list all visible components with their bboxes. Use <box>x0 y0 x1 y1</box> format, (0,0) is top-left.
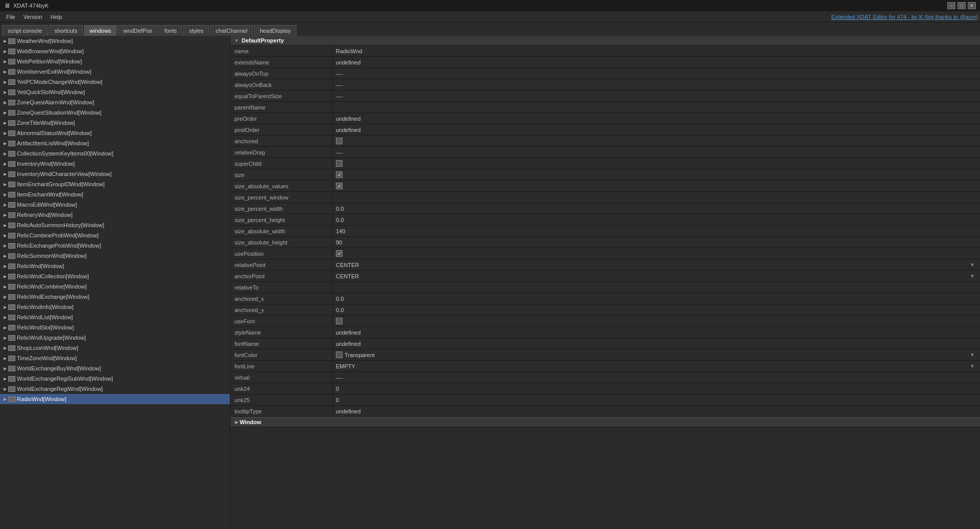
prop-value[interactable]: CENTER▼ <box>333 259 980 270</box>
tab-windows[interactable]: windows <box>84 25 117 36</box>
prop-checkbox-checked[interactable] <box>336 250 343 257</box>
tree-item[interactable]: ▶ WorldserverExitWnd[Window] <box>0 67 230 77</box>
prop-value[interactable]: 0.0 <box>333 214 980 225</box>
prop-value[interactable] <box>333 248 980 259</box>
tree-item[interactable]: ▶ RelicWndInfo[Window] <box>0 302 230 312</box>
tree-item[interactable]: ▶ ItemEnchantGroupIDWnd[Window] <box>0 179 230 189</box>
tree-item[interactable]: ▶ RelicExchangeProbWnd[Window] <box>0 240 230 251</box>
tree-item[interactable]: ▶ ItemEnchantWnd[Window] <box>0 189 230 200</box>
prop-checkbox-unchecked[interactable] <box>336 160 343 167</box>
prop-value[interactable]: undefined <box>333 113 980 124</box>
prop-checkbox-checked[interactable] <box>336 183 343 189</box>
tree-item[interactable]: ▶ RelicWndSlot[Window] <box>0 322 230 333</box>
prop-checkbox-unchecked[interactable] <box>336 138 343 144</box>
close-button[interactable]: ✕ <box>968 2 976 9</box>
tree-item[interactable]: ▶ ArtifactItemListWnd[Window] <box>0 138 230 148</box>
tab-script-console[interactable]: script console <box>2 25 48 36</box>
tree-item[interactable]: ▶ InventoryWnd[Window] <box>0 159 230 169</box>
tree-item[interactable]: ▶ AbnormalStatusWnd[Window] <box>0 128 230 138</box>
prop-value[interactable]: EMPTY▼ <box>333 361 980 371</box>
tree-item[interactable]: ▶ ZoneQuestAlarmWnd[Window] <box>0 97 230 107</box>
tree-item[interactable]: ▶ RelicWndCollection[Window] <box>0 271 230 281</box>
prop-value[interactable]: — <box>333 68 980 79</box>
prop-dropdown[interactable]: EMPTY▼ <box>336 363 977 369</box>
prop-value[interactable]: 90 <box>333 237 980 248</box>
menu-file[interactable]: File <box>2 13 19 21</box>
prop-value[interactable]: undefined <box>333 124 980 135</box>
prop-value[interactable]: 140 <box>333 226 980 236</box>
prop-value[interactable]: undefined <box>333 338 980 349</box>
tree-item[interactable]: ▶ WorldExchangeRegiWnd[Window] <box>0 384 230 394</box>
prop-checkbox-checked[interactable] <box>336 171 343 178</box>
prop-dropdown[interactable]: CENTER▼ <box>336 273 977 279</box>
minimize-button[interactable]: ─ <box>947 2 955 9</box>
prop-value[interactable] <box>333 158 980 169</box>
tree-item[interactable]: ▶ WeatherWnd[Window] <box>0 36 230 46</box>
tab-fonts[interactable]: fonts <box>159 25 182 36</box>
menu-help[interactable]: Help <box>46 13 66 21</box>
prop-value[interactable]: Transparent▼ <box>333 349 980 360</box>
prop-checkbox-unchecked[interactable] <box>336 318 343 324</box>
prop-value[interactable]: undefined <box>333 57 980 68</box>
tree-expand-icon: ▶ <box>2 232 8 238</box>
prop-value[interactable]: — <box>333 147 980 158</box>
tree-item[interactable]: ▶ ZoneTitleWnd[Window] <box>0 118 230 128</box>
tab-wnddefpos[interactable]: wndDefPos <box>118 25 158 36</box>
prop-value[interactable]: 0.0 <box>333 304 980 315</box>
tree-expand-icon: ▶ <box>2 386 8 392</box>
tree-item[interactable]: ▶ YetiQuickSlotWnd[Window] <box>0 87 230 97</box>
prop-value[interactable] <box>333 181 980 191</box>
prop-value[interactable] <box>333 282 980 293</box>
prop-value[interactable]: undefined <box>333 406 980 416</box>
tree-item[interactable]: ▶ RelicWndList[Window] <box>0 312 230 322</box>
window-section-header[interactable]: ▶ Window <box>230 417 980 427</box>
prop-value[interactable] <box>333 169 980 180</box>
tab-styles[interactable]: styles <box>183 25 209 36</box>
prop-value[interactable] <box>333 136 980 146</box>
prop-value[interactable]: 0.0 <box>333 203 980 214</box>
tree-item[interactable]: ▶ WorldExchangeBuyWnd[Window] <box>0 363 230 373</box>
tab-chatchannel[interactable]: chatChannel <box>210 25 253 36</box>
tree-item[interactable]: ▶ MacroEditWnd[Window] <box>0 200 230 210</box>
tree-item[interactable]: ▶ YetiPCModeChangeWnd[Window] <box>0 77 230 87</box>
tree-item[interactable]: ▶ RefineryWnd[Window] <box>0 210 230 220</box>
tree-item[interactable]: ▶ TimeZoneWnd[Window] <box>0 353 230 363</box>
prop-value[interactable]: RadioWnd <box>333 46 980 56</box>
default-property-section-header[interactable]: ▼ DefaultProperty <box>230 36 980 46</box>
prop-value[interactable]: 0 <box>333 394 980 405</box>
maximize-button[interactable]: □ <box>957 2 966 9</box>
prop-dropdown[interactable]: CENTER▼ <box>336 262 977 268</box>
prop-value[interactable]: undefined <box>333 327 980 338</box>
prop-value[interactable]: 0 <box>333 383 980 394</box>
tree-item[interactable]: ▶ RelicWndUpgrade[Window] <box>0 333 230 343</box>
tree-item[interactable]: ▶ RelicAutoSummonHistory[Window] <box>0 220 230 230</box>
tree-item[interactable]: ▶ InventoryWndCharacterView[Window] <box>0 169 230 179</box>
property-rows: nameRadioWndextendsNameundefinedalwaysOn… <box>230 46 980 417</box>
prop-color-dropdown[interactable]: Transparent▼ <box>336 351 977 358</box>
prop-value[interactable]: CENTER▼ <box>333 271 980 281</box>
tree-item[interactable]: ▶ WebPetitionWnd[Window] <box>0 56 230 67</box>
prop-value[interactable] <box>333 192 980 203</box>
tree-item-label: RelicCombineProbWnd[Window] <box>17 232 99 238</box>
prop-value[interactable]: — <box>333 91 980 101</box>
prop-value[interactable] <box>333 316 980 326</box>
notice-link[interactable]: Extended XDAT Editor for 474 - by K (big… <box>832 14 978 20</box>
tree-item[interactable]: ▶ CollectionSystemKeyItems00[Window] <box>0 148 230 159</box>
tab-headdisplay[interactable]: headDisplay <box>254 25 296 36</box>
tree-item[interactable]: ▶ RadioWnd[Window] <box>0 394 230 404</box>
prop-value[interactable]: — <box>333 372 980 383</box>
prop-value[interactable]: 0.0 <box>333 293 980 304</box>
menu-version[interactable]: Version <box>19 13 47 21</box>
tree-item[interactable]: ▶ ShopLcoinWnd[Window] <box>0 343 230 353</box>
tree-item[interactable]: ▶ RelicWnd[Window] <box>0 261 230 271</box>
tree-item[interactable]: ▶ WebBrowserWnd[Window] <box>0 46 230 56</box>
tab-shortcuts[interactable]: shortcuts <box>49 25 83 36</box>
prop-value[interactable]: — <box>333 79 980 90</box>
tree-item[interactable]: ▶ WorldExchangeRegiSubWnd[Window] <box>0 373 230 384</box>
tree-item[interactable]: ▶ RelicWndCombine[Window] <box>0 281 230 292</box>
tree-item[interactable]: ▶ RelicSummonWnd[Window] <box>0 251 230 261</box>
tree-item[interactable]: ▶ ZoneQuestSituationWnd[Window] <box>0 107 230 118</box>
tree-item[interactable]: ▶ RelicCombineProbWnd[Window] <box>0 230 230 240</box>
prop-value[interactable] <box>333 102 980 113</box>
tree-item[interactable]: ▶ RelicWndExchange[Window] <box>0 292 230 302</box>
